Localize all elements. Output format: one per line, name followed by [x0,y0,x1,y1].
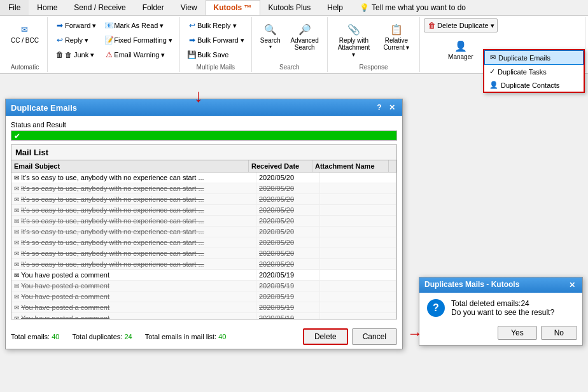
email-subject-cell: ✉You have posted a comment [11,270,256,280]
email-subject-cell: ✉You have posted a comment [11,291,256,302]
col-received-date: Received Date [249,160,312,172]
attachment-cell [320,281,396,291]
received-date-cell: 2020/05/20 [256,248,320,258]
table-row[interactable]: ✉You have posted a comment2020/05/19 [11,281,396,291]
fixed-formatting-button[interactable]: 📝 Fixed Formatting ▾ [101,33,176,47]
status-label: Status and Result [11,121,397,129]
tab-kutools[interactable]: Kutools ™ [206,0,260,15]
reply-attachment-icon: 📎 [346,22,361,37]
tab-file[interactable]: File [0,0,29,15]
table-row[interactable]: ✉You have posted a comment2020/05/19 [11,313,396,319]
tab-view[interactable]: View [172,0,206,15]
info-dialog-buttons: Yes No [419,323,582,345]
tab-send-receive[interactable]: Send / Receive [66,0,134,15]
email-subject-cell: ✉You have posted a comment [11,302,256,312]
footer-stats: Total emails: 40 Total duplicates: 24 To… [11,333,226,340]
table-row[interactable]: ✉It's so easy to use, anybody with no ex… [11,248,396,259]
col-scroll-placeholder [389,160,396,172]
search-button[interactable]: 🔍 Search ▾ [256,18,285,53]
delete-duplicate-dropdown: ✉ Duplicate Emails ✓ Duplicate Tasks 👤 D… [483,49,585,93]
duplicate-contacts-item[interactable]: 👤 Duplicate Contacts [484,78,584,92]
reply-attachment-button[interactable]: 📎 Reply with Attachment ▾ [332,18,376,61]
tab-kutools-plus[interactable]: Kutools Plus [260,0,319,15]
received-date-cell: 2020/05/20 [256,183,320,193]
bulk-save-button[interactable]: 💾 Bulk Save [184,48,248,62]
info-dialog-close-button[interactable]: ✕ [567,280,577,290]
ribbon-tabs: File Home Send / Receive Folder View Kut… [0,0,588,16]
dialog-help-button[interactable]: ? [374,102,384,113]
tab-folder[interactable]: Folder [134,0,172,15]
manager-icon: 👤 [453,38,468,53]
bulk-reply-button[interactable]: ↩ Bulk Reply ▾ [184,18,248,32]
table-row[interactable]: ✉You have posted a comment2020/05/19 [11,270,396,281]
email-warning-button[interactable]: ⚠ Email Warning ▾ [101,48,176,62]
advanced-search-button[interactable]: 🔎 Advanced Advanced Search Search [286,18,323,54]
attachment-cell [320,227,396,237]
received-date-cell: 2020/05/19 [256,270,320,280]
mail-icon: ✉ [14,250,19,257]
table-row[interactable]: ✉It's so easy to use, anybody with no ex… [11,194,396,205]
email-subject-cell: ✉It's so easy to use, anybody with no ex… [11,248,256,258]
email-subject-cell: ✉You have posted a comment [11,313,256,319]
bulk-save-icon: 💾 [187,50,197,60]
forward-button[interactable]: ➡ Forward ▾ [52,18,99,32]
mail-icon: ✉ [14,196,19,203]
table-row[interactable]: ✉It's so easy to use, anybody with no ex… [11,205,396,216]
bulk-forward-icon: ➡ [187,35,197,45]
email-subject-cell: ✉It's so easy to use, anybody with no ex… [11,216,256,226]
tab-home[interactable]: Home [29,0,66,15]
tab-help[interactable]: Help [319,0,351,15]
mail-list-body[interactable]: ✉It's so easy to use, anybody with no ex… [11,172,396,319]
group-automatic-label: Automatic [6,62,43,71]
received-date-cell: 2020/05/20 [256,259,320,269]
email-subject-cell: ✉It's so easy to use, anybody with no ex… [11,259,256,269]
duplicate-tasks-item[interactable]: ✓ Duplicate Tasks [484,65,584,78]
email-subject-cell: ✉It's so easy to use, anybody with no ex… [11,172,256,183]
email-subject-cell: ✉It's so easy to use, anybody with no ex… [11,205,256,215]
table-row[interactable]: ✉It's so easy to use, anybody with no ex… [11,227,396,237]
received-date-cell: 2020/05/20 [256,205,320,215]
relative-current-icon: 📋 [389,22,404,37]
email-subject-cell: ✉It's so easy to use, anybody with no ex… [11,227,256,237]
duplicate-emails-item[interactable]: ✉ Duplicate Emails [484,50,584,65]
table-row[interactable]: ✉It's so easy to use, anybody with no ex… [11,237,396,248]
table-row[interactable]: ✉You have posted a comment2020/05/19 [11,302,396,313]
delete-duplicate-button[interactable]: 🗑 Delete Duplicate ▾ [424,18,498,32]
email-subject-cell: ✉You have posted a comment [11,281,256,291]
info-dialog: Duplicates Mails - Kutools ✕ ? Total del… [419,277,583,346]
tab-tell-me[interactable]: 💡 Tell me what you want to do [351,0,474,15]
table-row[interactable]: ✉It's so easy to use, anybody with no ex… [11,259,396,270]
info-message-line1: Total deleted emails:24 [451,299,554,308]
table-row[interactable]: ✉It's so easy to use, anybody with no ex… [11,216,396,227]
email-subject-cell: ✉It's so easy to use, anybody with no ex… [11,194,256,204]
mark-read-button[interactable]: 📧 Mark As Read ▾ [101,18,176,32]
reply-button[interactable]: ↩ Reply ▾ [52,33,99,47]
dialog-close-button[interactable]: ✕ [387,102,397,113]
delete-button[interactable]: Delete [303,328,348,345]
bulk-forward-button[interactable]: ➡ Bulk Forward ▾ [184,33,248,47]
no-button[interactable]: No [541,326,577,340]
mail-icon: ✉ [14,272,19,279]
attachment-cell [320,216,396,226]
attachment-cell [320,205,396,215]
group-multiple-mails: ↩ Bulk Reply ▾ ➡ Bulk Forward ▾ 💾 Bulk S… [180,17,252,72]
table-row[interactable]: ✉You have posted a comment2020/05/19 [11,291,396,302]
cancel-button[interactable]: Cancel [352,328,397,345]
mail-icon: ✉ [14,304,19,311]
junk-button[interactable]: 🗑 🗑 Junk ▾ [52,48,99,62]
received-date-cell: 2020/05/20 [256,227,320,237]
table-row[interactable]: ✉It's so easy to use, anybody with no ex… [11,172,396,183]
relative-current-button[interactable]: 📋 Relative Current ▾ [377,18,416,54]
info-message-line2: Do you want to see the result? [451,308,554,317]
table-row[interactable]: ✉It's so easy to use, anybody with no ex… [11,183,396,194]
yes-button[interactable]: Yes [498,326,537,340]
mail-list-header: Mail List [11,145,396,160]
col-attachment-name: Attachment Name [312,160,389,172]
cc-bcc-button[interactable]: ✉ CC / BCC [6,18,43,47]
group-response: 📎 Reply with Attachment ▾ 📋 Relative Cur… [328,17,420,72]
forward-icon: ➡ [55,20,65,31]
manager-button[interactable]: 👤 Manager [444,35,477,64]
mail-icon: ✉ [14,228,19,235]
received-date-cell: 2020/05/19 [256,302,320,312]
down-arrow: ↓ [194,86,203,106]
